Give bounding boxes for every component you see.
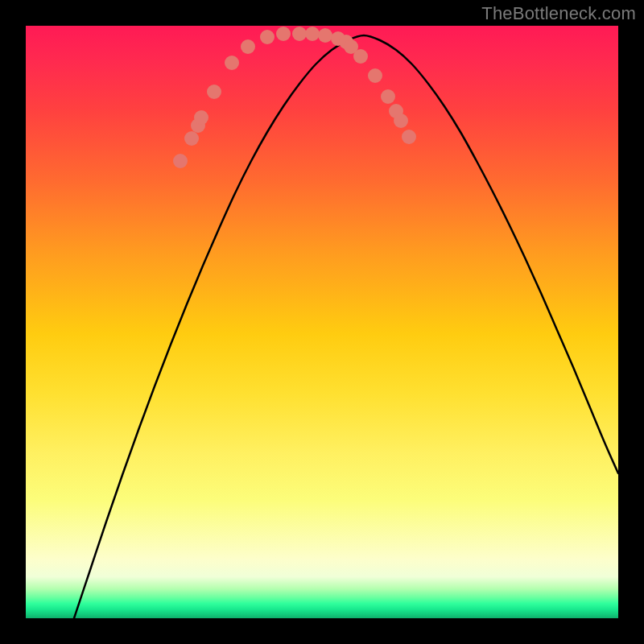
- bottleneck-curve: [74, 35, 618, 618]
- plot-area: [26, 26, 618, 618]
- data-point: [292, 27, 307, 41]
- data-point: [368, 68, 382, 83]
- data-point: [381, 89, 395, 104]
- bottleneck-chart: [26, 26, 618, 618]
- data-point: [402, 130, 416, 144]
- data-point: [318, 28, 332, 43]
- data-point: [225, 56, 239, 70]
- data-point: [241, 39, 255, 54]
- data-point: [173, 154, 188, 168]
- data-point: [207, 85, 221, 99]
- data-point: [194, 110, 208, 125]
- data-point: [184, 131, 199, 146]
- data-point: [260, 30, 275, 44]
- watermark-label: TheBottleneck.com: [481, 3, 636, 24]
- data-point: [353, 49, 368, 64]
- chart-frame: TheBottleneck.com: [0, 0, 644, 644]
- data-point: [276, 27, 291, 41]
- data-point: [394, 114, 408, 128]
- data-point: [305, 27, 320, 41]
